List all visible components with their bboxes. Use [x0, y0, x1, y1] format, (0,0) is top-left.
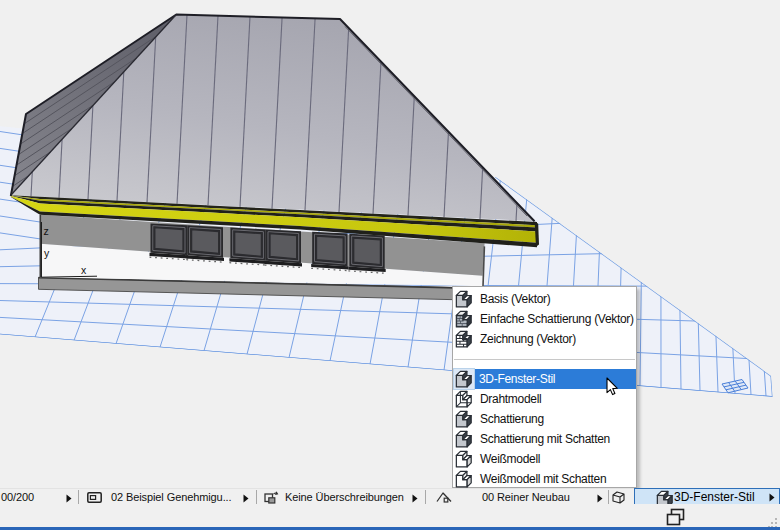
svg-text:x: x: [81, 264, 87, 276]
svg-text:y: y: [44, 247, 50, 259]
svg-text:z: z: [44, 225, 49, 237]
